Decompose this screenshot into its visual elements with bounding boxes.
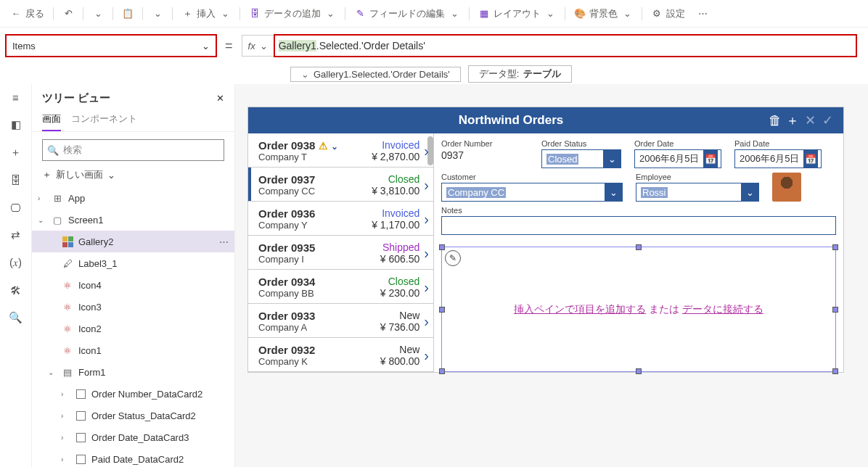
tree-node-screen1[interactable]: ⌄▢Screen1 (32, 209, 234, 231)
paste-button[interactable]: 📋 (116, 5, 139, 22)
submit-icon[interactable]: ✓ (819, 112, 836, 129)
tree-node-label: Order Status_DataCard2 (91, 410, 196, 421)
paid-date-picker[interactable]: 2006年6月5日📅 (734, 149, 822, 168)
rail-tree-icon[interactable]: ◧ (7, 116, 25, 133)
property-dropdown[interactable]: Items ⌄ (6, 35, 216, 57)
tree-node-icon3[interactable]: ⚛Icon3 (32, 296, 234, 318)
notes-input[interactable] (441, 216, 836, 235)
rail-data-icon[interactable]: 🗄 (7, 171, 25, 189)
more-icon[interactable]: ⋯ (219, 236, 229, 247)
order-date-label: Order Date (634, 139, 721, 148)
resize-handle[interactable] (439, 244, 445, 250)
order-num: Order 0937 (258, 173, 357, 186)
tree-node-gallery2[interactable]: Gallery2⋯ (32, 231, 234, 252)
rail-insert-icon[interactable]: ＋ (7, 144, 25, 161)
tab-components[interactable]: コンポーネント (71, 108, 137, 131)
formula-bar: Items ⌄ = fx ⌄ Gallery1.Selected.'Order … (0, 28, 868, 64)
customer-dropdown[interactable]: Company CC⌄ (441, 183, 623, 202)
chevron-down-icon: ⌄ (152, 8, 163, 20)
chevron-down-icon: ⌄ (449, 8, 460, 20)
fx-button[interactable]: fx ⌄ (242, 35, 274, 57)
undo-button[interactable]: ↶ (57, 5, 80, 22)
rail-advanced-icon[interactable]: 🛠 (7, 281, 25, 299)
add-data-button[interactable]: 🗄 データの追加 ⌄ (243, 4, 342, 23)
app-header: Northwind Orders 🗑 ＋ ✕ ✓ (248, 107, 843, 133)
order-row[interactable]: Order 0936Company YInvoiced¥ 1,170.00› (248, 202, 433, 236)
insert-button[interactable]: ＋ 挿入 ⌄ (176, 4, 237, 23)
resize-handle[interactable] (832, 307, 838, 313)
resize-handle[interactable] (636, 244, 642, 250)
chevron-right-icon[interactable]: › (419, 211, 429, 228)
tree-node-label3-1[interactable]: 🖊Label3_1 (32, 252, 234, 274)
design-canvas[interactable]: Northwind Orders 🗑 ＋ ✕ ✓ Order 0938 ⚠ ⌄C… (235, 84, 868, 467)
order-row[interactable]: Order 0933Company ANew¥ 736.00› (248, 304, 433, 338)
chevron-right-icon[interactable]: › (419, 279, 429, 296)
edit-fields-button[interactable]: ✎ フィールドの編集 ⌄ (348, 4, 466, 23)
tree-title: ツリー ビュー (42, 91, 110, 105)
employee-dropdown[interactable]: Rossi⌄ (636, 183, 759, 202)
chevron-right-icon[interactable]: › (419, 347, 429, 364)
rail-hamburger-icon[interactable]: ≡ (7, 88, 25, 106)
rail-variables-icon[interactable]: (𝑥) (7, 254, 25, 271)
tree-node-icon1[interactable]: ⚛Icon1 (32, 339, 234, 361)
tree-node-icon4[interactable]: ⚛Icon4 (32, 274, 234, 296)
app-icon: ⊞ (51, 193, 64, 204)
new-screen-label: 新しい画面 (56, 168, 103, 181)
search-icon: 🔍 (47, 145, 59, 156)
paint-bucket-icon: 🎨 (574, 8, 586, 20)
paste-split[interactable]: ⌄ (146, 5, 169, 22)
order-amount: ¥ 800.00 (357, 355, 419, 367)
connect-data-link[interactable]: データに接続する (682, 303, 763, 315)
chevron-right-icon[interactable]: › (419, 177, 429, 194)
tree-node-icon2[interactable]: ⚛Icon2 (32, 318, 234, 339)
resize-handle[interactable] (832, 244, 838, 250)
tree-node-form1[interactable]: ⌄▤Form1 (32, 361, 234, 383)
back-button[interactable]: ← 戻る (4, 4, 50, 23)
layout-button[interactable]: ▦ レイアウト ⌄ (472, 4, 562, 23)
chevron-right-icon[interactable]: › (419, 143, 429, 160)
tree-node-dc-orderdate[interactable]: ›Order Date_DataCard3 (32, 426, 234, 448)
tree-node-label: Icon2 (78, 323, 102, 334)
order-row[interactable]: Order 0935Company IShipped¥ 606.50› (248, 236, 433, 270)
rail-media-icon[interactable]: 🖵 (7, 199, 25, 216)
gallery2-selection[interactable]: ✎ 挿入ペインで項目を追加する または データに接続する (441, 247, 836, 372)
tree-node-dc-ordernumber[interactable]: ›Order Number_DataCard2 (32, 383, 234, 405)
resize-handle[interactable] (636, 368, 642, 374)
order-status-dropdown[interactable]: Closed⌄ (541, 149, 621, 168)
resize-handle[interactable] (439, 368, 445, 374)
new-screen-button[interactable]: ＋ 新しい画面 ⌄ (32, 165, 234, 187)
label-icon: 🖊 (61, 258, 74, 269)
tab-screens[interactable]: 画面 (42, 108, 61, 131)
overflow-button[interactable]: ⋯ (692, 5, 713, 22)
insert-pane-link[interactable]: 挿入ペインで項目を追加する (514, 303, 646, 315)
order-company: Company T (258, 152, 357, 162)
result-expression-cell[interactable]: ⌄ Gallery1.Selected.'Order Details' (290, 67, 461, 82)
chevron-right-icon[interactable]: › (419, 313, 429, 330)
edit-pencil-icon[interactable]: ✎ (445, 250, 461, 266)
formula-input[interactable]: Gallery1.Selected.'Order Details' (274, 35, 856, 57)
order-date-picker[interactable]: 2006年6月5日📅 (634, 149, 721, 168)
rail-flows-icon[interactable]: ⇄ (7, 226, 25, 244)
resize-handle[interactable] (832, 368, 838, 374)
rail-search-icon[interactable]: 🔍 (7, 309, 25, 326)
settings-button[interactable]: ⚙ 設定 (645, 4, 691, 23)
resize-handle[interactable] (439, 307, 445, 313)
tree-search-input[interactable]: 🔍 検索 (42, 139, 224, 161)
order-row[interactable]: Order 0934Company BBClosed¥ 230.00› (248, 270, 433, 304)
cancel-icon[interactable]: ✕ (801, 112, 819, 129)
chevron-right-icon[interactable]: › (419, 245, 429, 262)
tree-node-app[interactable]: ›⊞App (32, 187, 234, 209)
order-row[interactable]: Order 0938 ⚠ ⌄Company TInvoiced¥ 2,870.0… (248, 133, 433, 168)
order-gallery[interactable]: Order 0938 ⚠ ⌄Company TInvoiced¥ 2,870.0… (248, 133, 434, 372)
layout-icon: ▦ (478, 8, 490, 20)
add-icon[interactable]: ＋ (784, 112, 801, 129)
bgcolor-button[interactable]: 🎨 背景色 ⌄ (568, 4, 639, 23)
tree-node-dc-paiddate[interactable]: ›Paid Date_DataCard2 (32, 448, 234, 467)
undo-icon: ↶ (62, 8, 74, 20)
order-row[interactable]: Order 0937Company CCClosed¥ 3,810.00› (248, 168, 433, 202)
undo-split[interactable]: ⌄ (86, 5, 110, 22)
delete-icon[interactable]: 🗑 (766, 112, 784, 129)
tree-node-dc-orderstatus[interactable]: ›Order Status_DataCard2 (32, 405, 234, 426)
order-row[interactable]: Order 0932Company KNew¥ 800.00› (248, 338, 433, 372)
close-icon[interactable]: ✕ (216, 93, 224, 104)
